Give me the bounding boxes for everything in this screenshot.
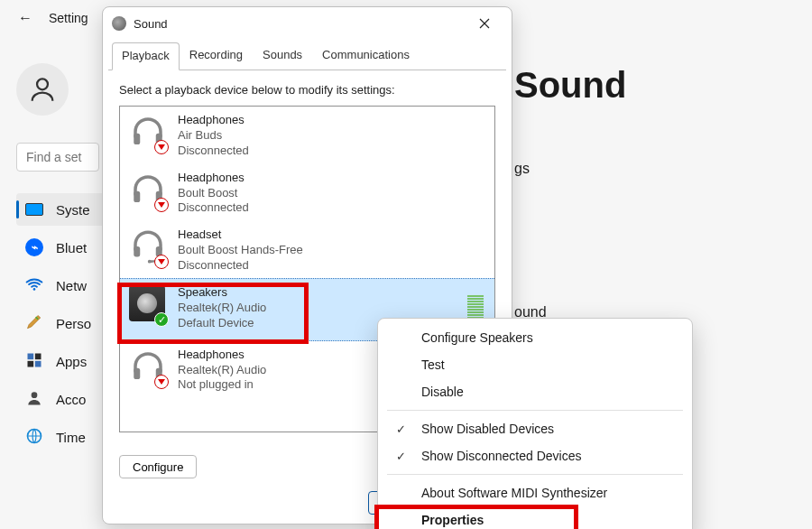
- svg-rect-10: [134, 190, 140, 201]
- nav-label: Netw: [56, 278, 87, 293]
- device-driver: Realtek(R) Audio: [178, 301, 266, 316]
- device-status: Disconnected: [178, 200, 249, 216]
- headphones-icon: [129, 171, 167, 210]
- apps-icon: [25, 351, 43, 372]
- disconnected-badge-icon: [154, 140, 169, 154]
- svg-rect-12: [134, 246, 140, 256]
- device-driver: Boult Boost: [178, 186, 249, 201]
- disconnected-badge-icon: [154, 255, 169, 269]
- device-name: Headphones: [178, 171, 249, 186]
- svg-point-14: [148, 260, 152, 264]
- ctx-separator: [387, 474, 683, 475]
- svg-point-6: [32, 392, 38, 398]
- default-check-badge-icon: ✓: [154, 312, 169, 327]
- svg-rect-3: [35, 353, 42, 359]
- display-icon: [25, 203, 43, 216]
- page-text-fragment: gs: [514, 161, 530, 177]
- ctx-show-disconnected[interactable]: Show Disconnected Devices: [378, 442, 692, 469]
- device-context-menu: Configure Speakers Test Disable Show Dis…: [377, 318, 693, 529]
- sound-icon: [112, 16, 126, 31]
- page-title: Sound: [514, 65, 626, 106]
- speakers-icon: ✓: [129, 285, 167, 325]
- headphones-icon: [129, 113, 167, 153]
- globe-clock-icon: [25, 427, 43, 448]
- sound-dialog-titlebar: Sound: [103, 7, 512, 40]
- device-status: Not plugged in: [178, 377, 266, 393]
- bluetooth-icon: ⌁: [25, 238, 43, 256]
- disconnected-badge-icon: [154, 198, 169, 212]
- unplugged-badge-icon: [154, 375, 169, 389]
- device-status: Default Device: [178, 316, 266, 331]
- device-name: Headphones: [178, 113, 249, 128]
- svg-rect-15: [134, 367, 140, 378]
- tab-strip: Playback Recording Sounds Communications: [103, 42, 512, 70]
- user-avatar-icon[interactable]: [16, 63, 69, 116]
- sound-dialog-title: Sound: [134, 17, 168, 31]
- find-setting-input[interactable]: [16, 143, 99, 172]
- tab-sounds[interactable]: Sounds: [253, 42, 312, 70]
- nav-label: Bluet: [56, 240, 87, 255]
- ctx-disable[interactable]: Disable: [378, 378, 692, 405]
- ctx-about-midi[interactable]: About Software MIDI Synthesizer: [378, 479, 692, 506]
- nav-label: Acco: [56, 392, 86, 407]
- device-status: Disconnected: [178, 258, 303, 274]
- wifi-icon: [25, 275, 43, 296]
- device-item-headphones-boult[interactable]: Headphones Boult Boost Disconnected: [120, 164, 494, 222]
- paintbrush-icon: [25, 313, 43, 334]
- device-item-headphones-airbuds[interactable]: Headphones Air Buds Disconnected: [120, 107, 494, 164]
- device-driver: Realtek(R) Audio: [178, 363, 266, 378]
- device-driver: Air Buds: [178, 128, 249, 144]
- playback-instruction: Select a playback device below to modify…: [119, 83, 495, 97]
- ctx-configure-speakers[interactable]: Configure Speakers: [378, 324, 692, 351]
- nav-label: Time: [56, 430, 86, 445]
- person-icon: [25, 389, 43, 410]
- ctx-properties[interactable]: Properties: [378, 506, 692, 529]
- tab-communications[interactable]: Communications: [312, 42, 420, 70]
- device-driver: Boult Boost Hands-Free: [178, 243, 303, 258]
- back-arrow-icon[interactable]: ←: [18, 10, 32, 26]
- svg-point-0: [37, 79, 48, 89]
- close-icon: [479, 18, 490, 29]
- ctx-separator: [387, 410, 683, 411]
- close-button[interactable]: [465, 10, 504, 37]
- device-name: Headphones: [178, 348, 266, 363]
- device-name: Headset: [178, 227, 303, 243]
- nav-label: Syste: [56, 202, 90, 218]
- svg-rect-4: [28, 360, 34, 367]
- ctx-show-disabled[interactable]: Show Disabled Devices: [378, 415, 692, 442]
- ctx-test[interactable]: Test: [378, 351, 692, 378]
- svg-rect-2: [28, 353, 34, 359]
- settings-app-title: Setting: [49, 11, 88, 25]
- svg-point-1: [33, 288, 36, 291]
- device-name: Speakers: [178, 285, 266, 301]
- headset-icon: [129, 227, 167, 267]
- headphones-icon: [129, 348, 167, 387]
- tab-playback[interactable]: Playback: [112, 42, 180, 70]
- device-item-headset-boult[interactable]: Headset Boult Boost Hands-Free Disconnec…: [120, 221, 494, 279]
- tab-recording[interactable]: Recording: [180, 42, 253, 70]
- nav-label: Apps: [56, 354, 87, 369]
- device-status: Disconnected: [178, 144, 249, 159]
- svg-rect-5: [35, 360, 42, 367]
- svg-rect-8: [134, 134, 140, 144]
- configure-button[interactable]: Configure: [119, 455, 197, 478]
- nav-label: Perso: [56, 316, 91, 331]
